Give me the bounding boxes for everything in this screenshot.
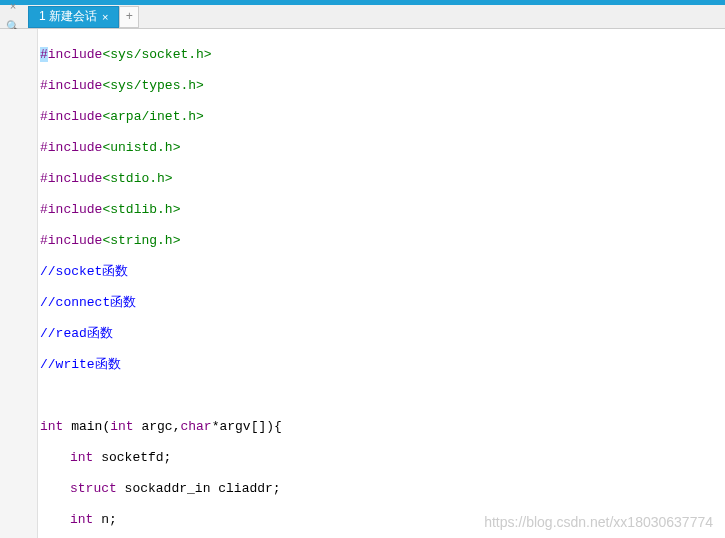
main-area: #include<sys/socket.h> #include<sys/type…	[0, 29, 725, 538]
tab-bar: × 🔍 1 新建会话 × +	[0, 5, 725, 29]
code-text: *argv[]){	[212, 419, 282, 434]
tab-session-1[interactable]: 1 新建会话 ×	[28, 6, 119, 28]
preproc: #include	[40, 140, 102, 155]
include-path: <sys/types.h>	[102, 78, 203, 93]
code-text: socketfd;	[93, 450, 171, 465]
include-path: <stdio.h>	[102, 171, 172, 186]
include-path: <string.h>	[102, 233, 180, 248]
kw-char: char	[180, 419, 211, 434]
preproc: #include	[40, 78, 102, 93]
preproc: include	[48, 47, 103, 62]
preproc: #include	[40, 202, 102, 217]
code-text: main(	[63, 419, 110, 434]
comment: //write函数	[40, 357, 121, 372]
code-text: argc,	[134, 419, 181, 434]
include-path: <stdlib.h>	[102, 202, 180, 217]
preproc: #include	[40, 171, 102, 186]
preproc: #include	[40, 233, 102, 248]
preproc: #include	[40, 109, 102, 124]
tab-close-icon[interactable]: ×	[102, 11, 108, 23]
kw-struct: struct	[70, 481, 117, 496]
comment: //read函数	[40, 326, 113, 341]
tab-label: 1 新建会话	[39, 8, 97, 25]
hash-highlight: #	[40, 47, 48, 62]
kw-int: int	[110, 419, 133, 434]
include-path: <sys/socket.h>	[102, 47, 211, 62]
code-text: sockaddr_in cliaddr;	[117, 481, 281, 496]
kw-int: int	[70, 512, 93, 527]
marker-icon	[12, 33, 26, 47]
comment: //socket函数	[40, 264, 128, 279]
include-path: <unistd.h>	[102, 140, 180, 155]
code-editor[interactable]: #include<sys/socket.h> #include<sys/type…	[38, 29, 725, 538]
kw-int: int	[70, 450, 93, 465]
close-icon[interactable]: ×	[4, 0, 22, 16]
add-tab-button[interactable]: +	[119, 6, 139, 28]
code-text: n;	[93, 512, 116, 527]
kw-int: int	[40, 419, 63, 434]
comment: //connect函数	[40, 295, 136, 310]
gutter	[0, 29, 38, 538]
include-path: <arpa/inet.h>	[102, 109, 203, 124]
